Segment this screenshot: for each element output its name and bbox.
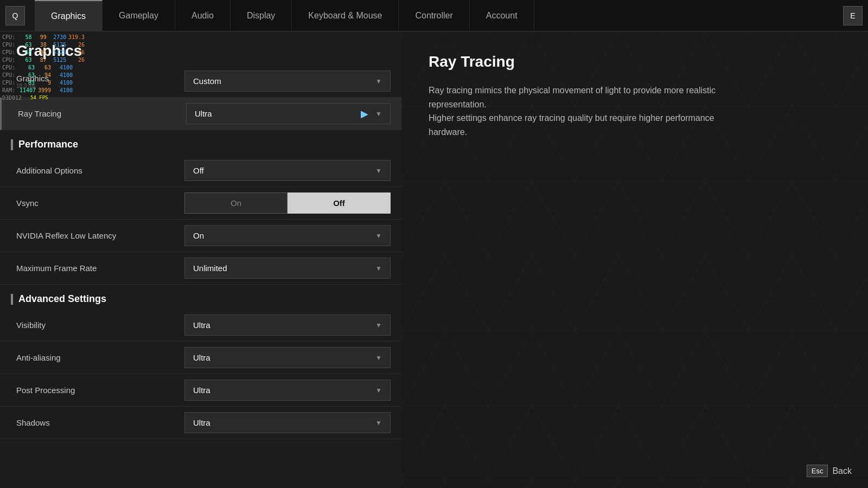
dropdown-arrow-icon: ▼	[375, 232, 382, 240]
post-processing-row: Post Processing Ultra ▼	[0, 374, 401, 407]
bottom-spacer	[0, 439, 401, 461]
tab-controller[interactable]: Controller	[399, 0, 469, 31]
tab-audio[interactable]: Audio	[175, 0, 231, 31]
performance-section-header: Performance	[0, 130, 401, 155]
graphics-preset-row: Graphics 18.3 ms Custom ▼	[0, 65, 401, 98]
nav-left: Q	[0, 0, 35, 31]
section-indicator	[11, 139, 13, 150]
shadows-label: Shadows	[11, 418, 184, 427]
e-button[interactable]: E	[843, 6, 863, 25]
dropdown-arrow-icon: ▼	[375, 78, 382, 85]
back-label: Back	[832, 466, 852, 476]
tab-gameplay[interactable]: Gameplay	[103, 0, 175, 31]
nvidia-reflex-row: NVIDIA Reflex Low Latency On ▼	[0, 220, 401, 252]
back-button[interactable]: Esc Back	[807, 465, 852, 477]
shadows-row: Shadows Ultra ▼	[0, 407, 401, 439]
nvidia-reflex-label: NVIDIA Reflex Low Latency	[11, 231, 184, 240]
ray-tracing-label: Ray Tracing	[12, 109, 186, 118]
advanced-settings-section-header: Advanced Settings	[0, 285, 401, 309]
vsync-label: Vsync	[11, 198, 184, 208]
visibility-select[interactable]: Ultra ▼	[184, 314, 391, 336]
tab-account[interactable]: Account	[470, 0, 534, 31]
ray-tracing-row: Ray Tracing Ultra ▶ ▼	[0, 98, 401, 130]
q-button[interactable]: Q	[5, 6, 25, 25]
max-frame-rate-row: Maximum Frame Rate Unlimited ▼	[0, 252, 401, 285]
vsync-off-button[interactable]: Off	[288, 192, 391, 214]
dropdown-arrow-icon: ▼	[375, 110, 382, 118]
additional-options-select[interactable]: Off ▼	[184, 160, 391, 181]
cursor-indicator: ▶	[361, 108, 368, 120]
settings-panel: Graphics Graphics 18.3 ms Custom ▼ Ray T…	[0, 31, 401, 488]
main-container: CPU: 58 99 2730 319.3 CPU: 63 38 5125 26…	[0, 31, 868, 488]
additional-options-label: Additional Options	[11, 166, 184, 175]
section-indicator	[11, 294, 13, 305]
additional-options-row: Additional Options Off ▼	[0, 155, 401, 187]
anti-aliasing-row: Anti-aliasing Ultra ▼	[0, 342, 401, 374]
graphics-preset-select[interactable]: Custom ▼	[184, 70, 391, 92]
vsync-on-button[interactable]: On	[184, 192, 288, 214]
dropdown-arrow-icon: ▼	[375, 322, 382, 329]
dropdown-arrow-icon: ▼	[375, 167, 382, 175]
max-frame-rate-label: Maximum Frame Rate	[11, 264, 184, 273]
tab-keyboard-mouse[interactable]: Keyboard & Mouse	[292, 0, 399, 31]
post-processing-select[interactable]: Ultra ▼	[184, 380, 391, 401]
page-title: Graphics	[0, 31, 401, 65]
post-processing-label: Post Processing	[11, 386, 184, 395]
info-title: Ray Tracing	[429, 53, 841, 70]
visibility-row: Visibility Ultra ▼	[0, 309, 401, 342]
anti-aliasing-label: Anti-aliasing	[11, 353, 184, 362]
ray-tracing-select[interactable]: Ultra ▶ ▼	[186, 103, 391, 124]
max-frame-rate-select[interactable]: Unlimited ▼	[184, 258, 391, 279]
shadows-select[interactable]: Ultra ▼	[184, 412, 391, 433]
info-panel: Ray Tracing Ray tracing mimics the physi…	[401, 31, 868, 488]
visibility-label: Visibility	[11, 320, 184, 330]
vsync-toggle-group: On Off	[184, 192, 391, 214]
nav-right: E	[843, 0, 868, 31]
tab-display[interactable]: Display	[231, 0, 292, 31]
info-description: Ray tracing mimics the physical movement…	[429, 84, 754, 139]
dropdown-arrow-icon: ▼	[375, 387, 382, 394]
tab-graphics[interactable]: Graphics	[35, 0, 103, 31]
graphics-label: Graphics 18.3 ms	[11, 74, 184, 89]
nvidia-reflex-select[interactable]: On ▼	[184, 225, 391, 246]
dropdown-arrow-icon: ▼	[375, 419, 382, 427]
nav-bar: Q Graphics Gameplay Audio Display Keyboa…	[0, 0, 868, 31]
vsync-row: Vsync On Off	[0, 187, 401, 220]
anti-aliasing-select[interactable]: Ultra ▼	[184, 347, 391, 368]
esc-key-label: Esc	[807, 465, 828, 477]
dropdown-arrow-icon: ▼	[375, 265, 382, 272]
graphics-hint: 18.3 ms	[16, 83, 184, 89]
dropdown-arrow-icon: ▼	[375, 354, 382, 362]
